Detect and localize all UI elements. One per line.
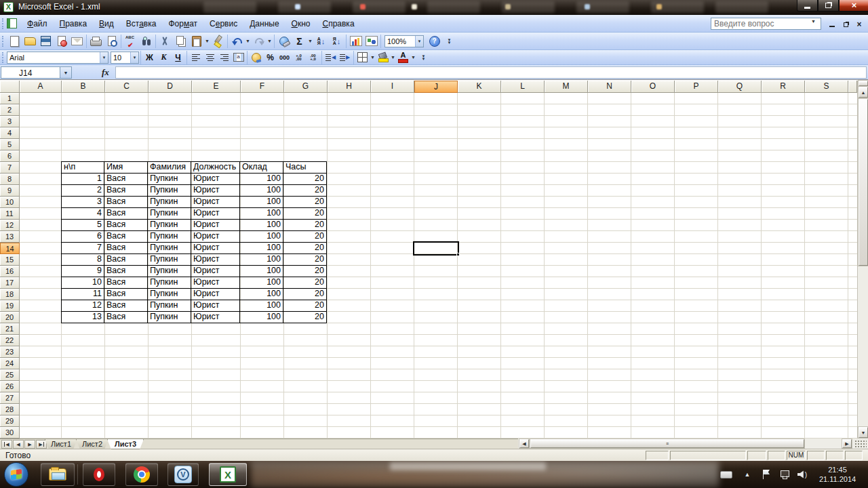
resize-grip[interactable] [854, 440, 867, 448]
vertical-scrollbar[interactable]: ▲ ▼ [857, 81, 868, 439]
italic-button[interactable]: К [157, 52, 171, 64]
menu-item-Справка[interactable]: Справка [316, 16, 360, 32]
table-cell[interactable]: 100 [240, 174, 283, 185]
table-cell[interactable]: Юрист [191, 174, 240, 185]
table-cell[interactable]: Вася [104, 289, 148, 300]
chevron-down-icon[interactable]: ▼ [370, 55, 376, 60]
drawing-button[interactable] [363, 35, 379, 48]
help-button[interactable] [427, 35, 442, 48]
select-all-corner[interactable] [0, 81, 20, 93]
increase-decimal-button[interactable]: +,0 ,00 [292, 52, 306, 64]
toolbar-grip[interactable] [2, 36, 4, 47]
chart-wizard-button[interactable] [348, 35, 363, 48]
sheet-area[interactable]: н\пИмяФамилияДолжностьОкладЧасы1ВасяПупк… [20, 93, 857, 439]
row-header-25[interactable]: 25 [0, 369, 20, 381]
chevron-down-icon[interactable]: ▼ [267, 39, 273, 43]
open-button[interactable] [22, 35, 38, 48]
table-cell[interactable]: 100 [240, 277, 283, 289]
table-cell[interactable]: 100 [240, 289, 283, 300]
table-header-cell[interactable]: Должность [191, 162, 240, 174]
table-header-cell[interactable]: Часы [283, 162, 327, 174]
copy-button[interactable] [173, 35, 189, 48]
taskbar-clock[interactable]: 21:45 21.11.2014 [812, 461, 863, 488]
chevron-down-icon[interactable]: ▼ [307, 39, 313, 43]
toolbar-options-icon[interactable]: ▼▼ [419, 51, 428, 64]
minimize-button[interactable] [797, 0, 818, 12]
table-cell[interactable]: 9 [62, 266, 104, 277]
column-header-E[interactable]: E [192, 81, 241, 93]
table-cell[interactable]: Пупкин [148, 266, 191, 277]
chevron-down-icon[interactable]: ▼ [415, 36, 423, 47]
table-cell[interactable]: 13 [62, 312, 104, 323]
sheet-tab-Лист1[interactable]: Лист1 [45, 439, 77, 449]
row-header-9[interactable]: 9 [0, 185, 20, 197]
doc-minimize-button[interactable] [827, 20, 837, 28]
format-painter-button[interactable] [210, 35, 226, 48]
chevron-down-icon[interactable]: ▼ [410, 55, 416, 60]
doc-close-button[interactable]: × [854, 20, 864, 28]
column-header-R[interactable]: R [762, 81, 805, 93]
table-cell[interactable]: 10 [62, 277, 104, 289]
table-cell[interactable]: Юрист [191, 300, 240, 312]
increase-indent-button[interactable] [338, 52, 352, 64]
table-cell[interactable]: 1 [62, 174, 104, 185]
taskbar-opera-button[interactable] [83, 463, 115, 486]
selected-cell-J14[interactable] [413, 241, 459, 256]
row-header-5[interactable]: 5 [0, 139, 20, 150]
new-button[interactable] [7, 35, 22, 48]
table-cell[interactable]: 100 [240, 254, 283, 266]
formula-input[interactable] [115, 66, 867, 79]
split-handle[interactable] [859, 81, 868, 86]
row-header-18[interactable]: 18 [0, 289, 20, 300]
print-preview-button[interactable] [104, 35, 119, 48]
column-header-D[interactable]: D [149, 81, 192, 93]
table-cell[interactable]: Вася [104, 300, 148, 312]
decrease-decimal-button[interactable]: ,00 +,0 [306, 52, 320, 64]
insert-function-icon[interactable]: fx [102, 67, 109, 78]
table-cell[interactable]: 100 [240, 220, 283, 231]
table-cell[interactable]: 5 [62, 220, 104, 231]
comma-style-button[interactable]: 000 [277, 52, 292, 64]
row-header-24[interactable]: 24 [0, 358, 20, 369]
table-cell[interactable]: 12 [62, 300, 104, 312]
column-header-L[interactable]: L [501, 81, 545, 93]
column-header-P[interactable]: P [675, 81, 718, 93]
question-dropdown-icon[interactable]: ▼ [811, 19, 816, 24]
column-header-I[interactable]: I [371, 81, 414, 93]
row-header-4[interactable]: 4 [0, 127, 20, 139]
chevron-down-icon[interactable]: ▼ [204, 39, 210, 43]
table-cell[interactable]: Юрист [191, 185, 240, 197]
close-button[interactable]: × [839, 0, 868, 12]
row-header-7[interactable]: 7 [0, 162, 20, 174]
name-box-dropdown-icon[interactable]: ▼ [60, 66, 72, 79]
table-cell[interactable]: Вася [104, 243, 148, 254]
table-cell[interactable]: 8 [62, 254, 104, 266]
table-cell[interactable]: 20 [283, 300, 327, 312]
table-cell[interactable]: 100 [240, 312, 283, 323]
table-cell[interactable]: 100 [240, 185, 283, 197]
column-header-K[interactable]: K [458, 81, 501, 93]
table-cell[interactable]: Вася [104, 231, 148, 243]
font-color-button[interactable] [396, 52, 410, 64]
table-cell[interactable]: 20 [283, 185, 327, 197]
volume-icon[interactable]: ) [793, 461, 810, 488]
row-header-1[interactable]: 1 [0, 93, 20, 104]
sheet-tab-Лист3[interactable]: Лист3 [107, 439, 144, 449]
show-hidden-icons-button[interactable]: ▲ [741, 461, 754, 488]
undo-button[interactable] [229, 35, 245, 48]
column-header-S[interactable]: S [805, 81, 848, 93]
table-cell[interactable]: 100 [240, 300, 283, 312]
row-header-29[interactable]: 29 [0, 415, 20, 427]
table-cell[interactable]: Юрист [191, 254, 240, 266]
row-header-12[interactable]: 12 [0, 220, 20, 231]
save-button[interactable] [38, 35, 54, 48]
print-button[interactable] [88, 35, 104, 48]
menu-item-Вставка[interactable]: Вставка [120, 16, 163, 32]
table-cell[interactable]: Пупкин [148, 174, 191, 185]
row-header-13[interactable]: 13 [0, 231, 20, 243]
column-header-M[interactable]: M [545, 81, 588, 93]
fill-handle[interactable] [456, 253, 460, 256]
table-cell[interactable]: Вася [104, 312, 148, 323]
row-header-20[interactable]: 20 [0, 312, 20, 323]
language-keyboard-icon[interactable] [717, 461, 735, 488]
